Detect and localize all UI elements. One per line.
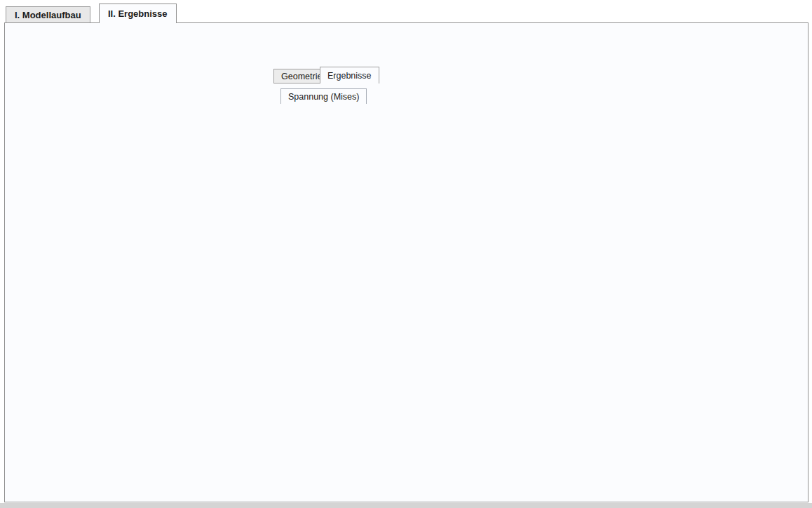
main-panel (4, 22, 808, 502)
app-window: { "app": { "tabs": [ {"label": "I. Model… (0, 0, 812, 508)
tab-modellaufbau[interactable]: I. Modellaufbau (6, 6, 90, 23)
tab-ergebnisse-plot[interactable]: Ergebnisse (320, 67, 379, 83)
tab-spannung-mises[interactable]: Spannung (Mises) (280, 88, 367, 104)
tab-ergebnisse[interactable]: II. Ergebnisse (99, 4, 177, 23)
window-bottom-strip (0, 503, 812, 508)
